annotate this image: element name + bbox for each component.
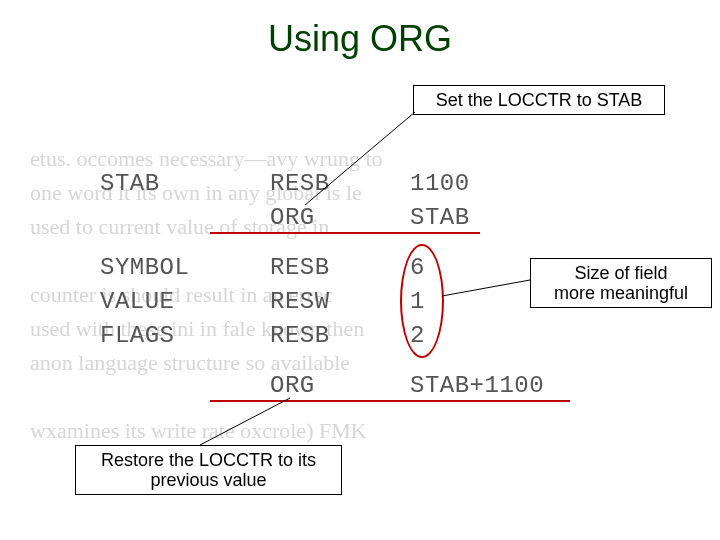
svg-line-2 [200,398,290,445]
svg-line-0 [305,112,415,205]
leader-lines [0,0,720,540]
svg-line-1 [442,280,530,296]
